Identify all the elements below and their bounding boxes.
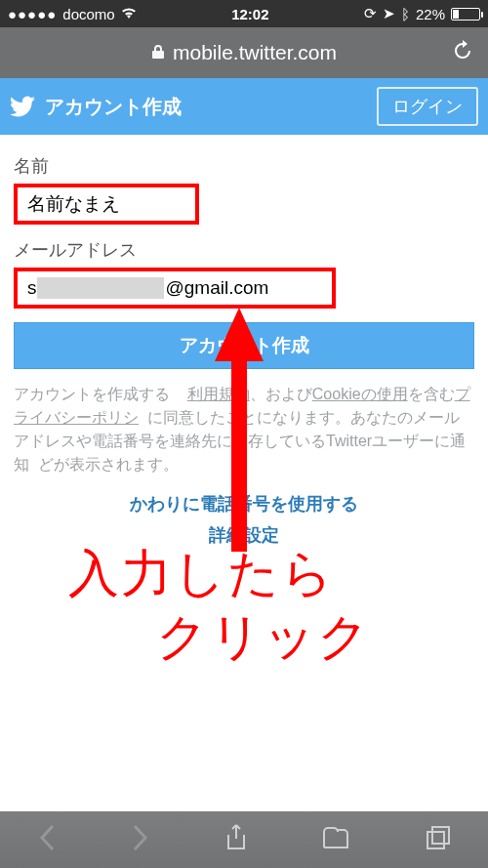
use-phone-link[interactable]: かわりに電話番号を使用する [0,492,488,516]
battery-pct: 22% [416,6,445,22]
twitter-header: アカウント作成 ログイン [0,78,488,135]
battery-icon [451,8,480,21]
bluetooth-icon: ᛒ [401,6,410,22]
clock: 12:02 [231,6,268,22]
status-bar: ●●●●● docomo 12:02 ⟳ ➤ ᛒ 22% [0,0,488,27]
cookie-link[interactable]: Cookieの使用 [312,386,408,402]
annotation-text: 入力したら クリック [68,542,371,669]
rotation-lock-icon: ⟳ [364,5,377,22]
login-button[interactable]: ログイン [377,87,478,126]
terms-link[interactable]: 利用規約 [187,386,250,402]
bookmarks-icon[interactable] [322,826,351,853]
terms-text: アカウントを作成する 利用規約、およびCookieの使用を含むプライバシーポリシ… [0,369,488,476]
annotation-highlight-name [14,184,199,225]
svg-rect-1 [427,832,444,848]
url-domain: mobile.twitter.com [173,41,337,64]
forward-icon[interactable] [131,824,150,855]
email-suffix: @gmail.com [166,277,269,299]
share-icon[interactable] [224,823,248,856]
tabs-icon[interactable] [426,825,451,854]
page-title: アカウント作成 [45,94,377,120]
location-icon: ➤ [383,5,395,22]
lock-icon [151,41,165,64]
twitter-bird-icon [10,96,35,117]
reload-icon[interactable] [451,39,474,67]
browser-url-bar[interactable]: mobile.twitter.com [0,27,488,78]
signal-dots-icon: ●●●●● [8,6,57,22]
carrier-label: docomo [62,6,114,22]
wifi-icon [121,6,137,22]
create-account-button[interactable]: アカウント作成 [14,322,474,369]
redacted-block [37,277,164,299]
name-label: 名前 [14,154,474,178]
email-prefix: s [27,277,37,299]
browser-bottom-bar [0,811,488,868]
email-label: メールアドレス [14,238,474,262]
email-input[interactable]: s @gmail.com [18,271,332,305]
svg-rect-2 [432,827,449,844]
name-input[interactable] [18,187,195,221]
back-icon[interactable] [37,824,57,855]
annotation-highlight-email: s @gmail.com [14,268,336,309]
